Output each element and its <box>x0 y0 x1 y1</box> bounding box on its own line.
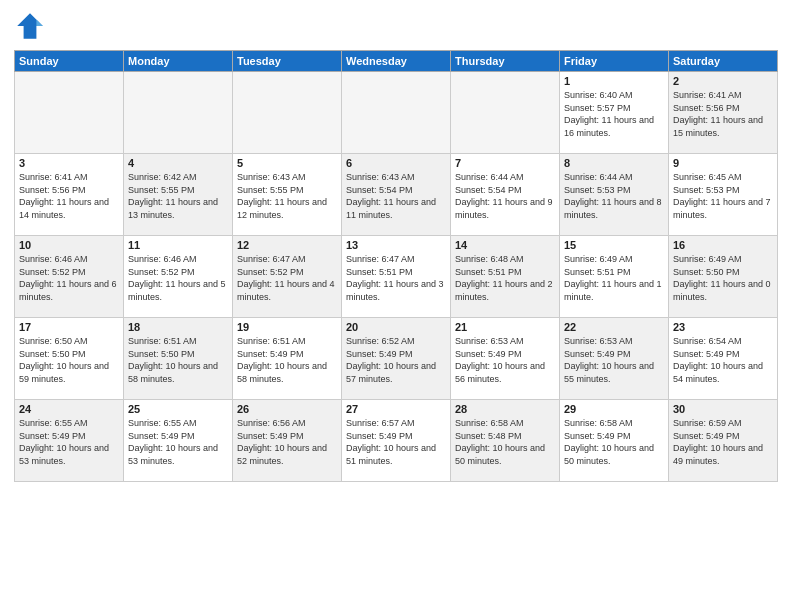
col-header-thursday: Thursday <box>451 51 560 72</box>
day-info: Sunrise: 6:53 AM Sunset: 5:49 PM Dayligh… <box>564 335 664 385</box>
day-number: 28 <box>455 403 555 415</box>
day-cell: 28Sunrise: 6:58 AM Sunset: 5:48 PM Dayli… <box>451 400 560 482</box>
day-number: 30 <box>673 403 773 415</box>
day-info: Sunrise: 6:40 AM Sunset: 5:57 PM Dayligh… <box>564 89 664 139</box>
day-info: Sunrise: 6:49 AM Sunset: 5:50 PM Dayligh… <box>673 253 773 303</box>
day-number: 25 <box>128 403 228 415</box>
week-row-5: 24Sunrise: 6:55 AM Sunset: 5:49 PM Dayli… <box>15 400 778 482</box>
day-info: Sunrise: 6:46 AM Sunset: 5:52 PM Dayligh… <box>19 253 119 303</box>
day-info: Sunrise: 6:51 AM Sunset: 5:49 PM Dayligh… <box>237 335 337 385</box>
day-info: Sunrise: 6:47 AM Sunset: 5:51 PM Dayligh… <box>346 253 446 303</box>
day-number: 19 <box>237 321 337 333</box>
day-cell: 22Sunrise: 6:53 AM Sunset: 5:49 PM Dayli… <box>560 318 669 400</box>
day-cell: 13Sunrise: 6:47 AM Sunset: 5:51 PM Dayli… <box>342 236 451 318</box>
header <box>14 10 778 42</box>
day-info: Sunrise: 6:56 AM Sunset: 5:49 PM Dayligh… <box>237 417 337 467</box>
day-cell: 12Sunrise: 6:47 AM Sunset: 5:52 PM Dayli… <box>233 236 342 318</box>
day-info: Sunrise: 6:58 AM Sunset: 5:49 PM Dayligh… <box>564 417 664 467</box>
day-number: 4 <box>128 157 228 169</box>
day-cell <box>233 72 342 154</box>
day-number: 22 <box>564 321 664 333</box>
day-cell: 25Sunrise: 6:55 AM Sunset: 5:49 PM Dayli… <box>124 400 233 482</box>
day-info: Sunrise: 6:54 AM Sunset: 5:49 PM Dayligh… <box>673 335 773 385</box>
day-cell: 30Sunrise: 6:59 AM Sunset: 5:49 PM Dayli… <box>669 400 778 482</box>
day-number: 9 <box>673 157 773 169</box>
day-info: Sunrise: 6:44 AM Sunset: 5:54 PM Dayligh… <box>455 171 555 221</box>
col-header-monday: Monday <box>124 51 233 72</box>
day-info: Sunrise: 6:58 AM Sunset: 5:48 PM Dayligh… <box>455 417 555 467</box>
day-number: 16 <box>673 239 773 251</box>
day-cell <box>451 72 560 154</box>
day-number: 14 <box>455 239 555 251</box>
day-cell: 19Sunrise: 6:51 AM Sunset: 5:49 PM Dayli… <box>233 318 342 400</box>
day-number: 26 <box>237 403 337 415</box>
calendar-header-row: SundayMondayTuesdayWednesdayThursdayFrid… <box>15 51 778 72</box>
logo <box>14 10 50 42</box>
day-number: 15 <box>564 239 664 251</box>
day-number: 23 <box>673 321 773 333</box>
day-cell: 11Sunrise: 6:46 AM Sunset: 5:52 PM Dayli… <box>124 236 233 318</box>
day-cell: 24Sunrise: 6:55 AM Sunset: 5:49 PM Dayli… <box>15 400 124 482</box>
col-header-friday: Friday <box>560 51 669 72</box>
day-info: Sunrise: 6:43 AM Sunset: 5:54 PM Dayligh… <box>346 171 446 221</box>
day-cell: 21Sunrise: 6:53 AM Sunset: 5:49 PM Dayli… <box>451 318 560 400</box>
day-cell: 8Sunrise: 6:44 AM Sunset: 5:53 PM Daylig… <box>560 154 669 236</box>
day-info: Sunrise: 6:55 AM Sunset: 5:49 PM Dayligh… <box>19 417 119 467</box>
day-info: Sunrise: 6:43 AM Sunset: 5:55 PM Dayligh… <box>237 171 337 221</box>
day-number: 10 <box>19 239 119 251</box>
logo-icon <box>14 10 46 42</box>
day-cell <box>15 72 124 154</box>
day-cell: 17Sunrise: 6:50 AM Sunset: 5:50 PM Dayli… <box>15 318 124 400</box>
day-number: 12 <box>237 239 337 251</box>
day-cell: 20Sunrise: 6:52 AM Sunset: 5:49 PM Dayli… <box>342 318 451 400</box>
day-cell: 23Sunrise: 6:54 AM Sunset: 5:49 PM Dayli… <box>669 318 778 400</box>
day-number: 6 <box>346 157 446 169</box>
day-number: 27 <box>346 403 446 415</box>
day-info: Sunrise: 6:47 AM Sunset: 5:52 PM Dayligh… <box>237 253 337 303</box>
svg-marker-1 <box>36 20 42 26</box>
day-number: 24 <box>19 403 119 415</box>
day-number: 17 <box>19 321 119 333</box>
day-cell: 27Sunrise: 6:57 AM Sunset: 5:49 PM Dayli… <box>342 400 451 482</box>
col-header-saturday: Saturday <box>669 51 778 72</box>
day-info: Sunrise: 6:44 AM Sunset: 5:53 PM Dayligh… <box>564 171 664 221</box>
day-number: 21 <box>455 321 555 333</box>
col-header-wednesday: Wednesday <box>342 51 451 72</box>
day-cell: 7Sunrise: 6:44 AM Sunset: 5:54 PM Daylig… <box>451 154 560 236</box>
day-info: Sunrise: 6:53 AM Sunset: 5:49 PM Dayligh… <box>455 335 555 385</box>
day-cell: 3Sunrise: 6:41 AM Sunset: 5:56 PM Daylig… <box>15 154 124 236</box>
day-info: Sunrise: 6:46 AM Sunset: 5:52 PM Dayligh… <box>128 253 228 303</box>
day-info: Sunrise: 6:42 AM Sunset: 5:55 PM Dayligh… <box>128 171 228 221</box>
day-info: Sunrise: 6:50 AM Sunset: 5:50 PM Dayligh… <box>19 335 119 385</box>
col-header-tuesday: Tuesday <box>233 51 342 72</box>
day-cell: 9Sunrise: 6:45 AM Sunset: 5:53 PM Daylig… <box>669 154 778 236</box>
day-cell: 16Sunrise: 6:49 AM Sunset: 5:50 PM Dayli… <box>669 236 778 318</box>
day-number: 29 <box>564 403 664 415</box>
day-cell <box>124 72 233 154</box>
day-number: 5 <box>237 157 337 169</box>
day-number: 1 <box>564 75 664 87</box>
week-row-4: 17Sunrise: 6:50 AM Sunset: 5:50 PM Dayli… <box>15 318 778 400</box>
day-number: 7 <box>455 157 555 169</box>
day-info: Sunrise: 6:52 AM Sunset: 5:49 PM Dayligh… <box>346 335 446 385</box>
calendar: SundayMondayTuesdayWednesdayThursdayFrid… <box>14 50 778 482</box>
day-info: Sunrise: 6:57 AM Sunset: 5:49 PM Dayligh… <box>346 417 446 467</box>
day-cell: 14Sunrise: 6:48 AM Sunset: 5:51 PM Dayli… <box>451 236 560 318</box>
page: SundayMondayTuesdayWednesdayThursdayFrid… <box>0 0 792 612</box>
day-cell: 4Sunrise: 6:42 AM Sunset: 5:55 PM Daylig… <box>124 154 233 236</box>
day-info: Sunrise: 6:51 AM Sunset: 5:50 PM Dayligh… <box>128 335 228 385</box>
day-number: 11 <box>128 239 228 251</box>
day-cell: 26Sunrise: 6:56 AM Sunset: 5:49 PM Dayli… <box>233 400 342 482</box>
day-cell: 2Sunrise: 6:41 AM Sunset: 5:56 PM Daylig… <box>669 72 778 154</box>
day-number: 13 <box>346 239 446 251</box>
day-cell: 10Sunrise: 6:46 AM Sunset: 5:52 PM Dayli… <box>15 236 124 318</box>
day-info: Sunrise: 6:45 AM Sunset: 5:53 PM Dayligh… <box>673 171 773 221</box>
day-info: Sunrise: 6:41 AM Sunset: 5:56 PM Dayligh… <box>19 171 119 221</box>
day-cell: 6Sunrise: 6:43 AM Sunset: 5:54 PM Daylig… <box>342 154 451 236</box>
day-number: 8 <box>564 157 664 169</box>
day-info: Sunrise: 6:59 AM Sunset: 5:49 PM Dayligh… <box>673 417 773 467</box>
day-cell: 29Sunrise: 6:58 AM Sunset: 5:49 PM Dayli… <box>560 400 669 482</box>
day-info: Sunrise: 6:41 AM Sunset: 5:56 PM Dayligh… <box>673 89 773 139</box>
day-cell: 5Sunrise: 6:43 AM Sunset: 5:55 PM Daylig… <box>233 154 342 236</box>
day-number: 20 <box>346 321 446 333</box>
